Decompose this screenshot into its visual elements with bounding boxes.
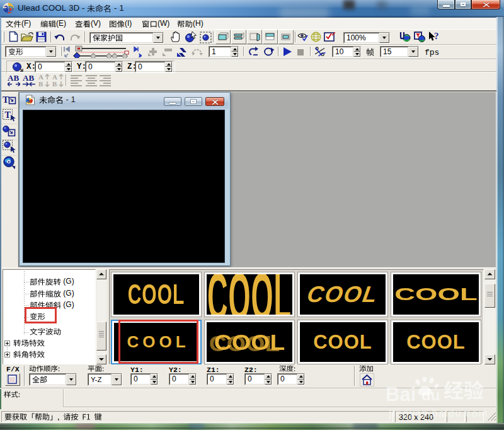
svg-text:T: T xyxy=(3,95,9,105)
svg-text:AB: AB xyxy=(23,74,34,83)
svg-text:T: T xyxy=(5,110,11,120)
svg-text:D: D xyxy=(8,5,13,14)
svg-text:B: B xyxy=(52,80,57,87)
svg-text:B: B xyxy=(38,80,43,87)
svg-text:?: ? xyxy=(434,31,439,41)
svg-text:AB: AB xyxy=(8,74,19,83)
svg-text:3: 3 xyxy=(27,99,30,103)
